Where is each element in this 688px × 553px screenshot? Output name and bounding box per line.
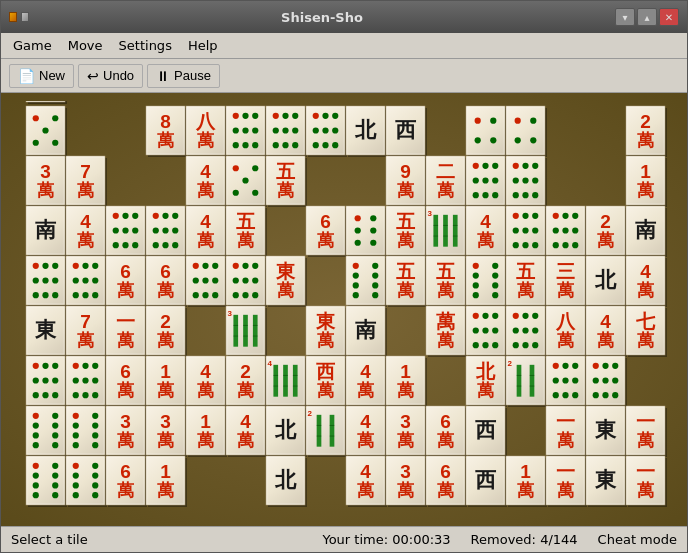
close-button[interactable]: ✕: [659, 8, 679, 26]
window-title: Shisen-Sho: [37, 10, 607, 25]
undo-button[interactable]: ↩ Undo: [78, 64, 143, 88]
menu-help[interactable]: Help: [180, 36, 226, 55]
status-removed: Removed: 4/144: [471, 532, 578, 547]
game-canvas[interactable]: [21, 101, 677, 518]
new-icon: 📄: [18, 68, 35, 84]
menu-game[interactable]: Game: [5, 36, 60, 55]
minimize-button[interactable]: ▾: [615, 8, 635, 26]
main-window: Shisen-Sho ▾ ▴ ✕ Game Move Settings Help…: [0, 0, 688, 553]
removed-value: 4/144: [540, 532, 577, 547]
pause-button[interactable]: ⏸ Pause: [147, 64, 220, 88]
removed-label: Removed:: [471, 532, 536, 547]
pause-label: Pause: [174, 68, 211, 83]
cheat-mode-label: Cheat mode: [598, 532, 677, 547]
new-button[interactable]: 📄 New: [9, 64, 74, 88]
menu-move[interactable]: Move: [60, 36, 111, 55]
new-label: New: [39, 68, 65, 83]
toolbar: 📄 New ↩ Undo ⏸ Pause: [1, 59, 687, 93]
window-controls: ▾ ▴ ✕: [615, 8, 679, 26]
window-icon: [9, 7, 29, 27]
icon-tile2: [21, 12, 29, 22]
titlebar: Shisen-Sho ▾ ▴ ✕: [1, 1, 687, 33]
menubar: Game Move Settings Help: [1, 33, 687, 59]
status-right: Your time: 00:00:33 Removed: 4/144 Cheat…: [322, 532, 677, 547]
status-time: Your time: 00:00:33: [322, 532, 450, 547]
statusbar: Select a tile Your time: 00:00:33 Remove…: [1, 526, 687, 552]
undo-label: Undo: [103, 68, 134, 83]
status-select-tile: Select a tile: [11, 532, 302, 547]
pause-icon: ⏸: [156, 68, 170, 84]
icon-tile1: [9, 12, 17, 22]
menu-settings[interactable]: Settings: [111, 36, 180, 55]
maximize-button[interactable]: ▴: [637, 8, 657, 26]
time-value: 00:00:33: [392, 532, 450, 547]
game-area: [1, 93, 687, 526]
your-time-label: Your time:: [322, 532, 388, 547]
undo-icon: ↩: [87, 68, 99, 84]
